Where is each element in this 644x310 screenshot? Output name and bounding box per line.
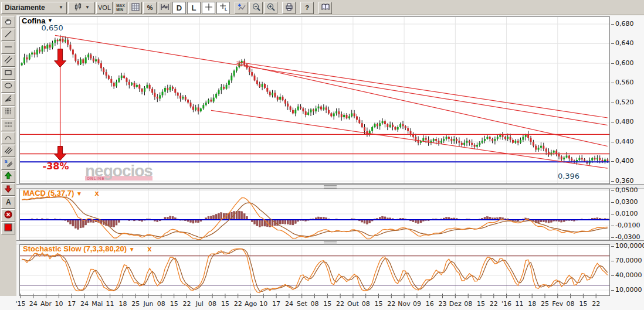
top-toolbar: Diariamente▼▼VOLMAXMIN%DLL? [0,0,644,15]
svg-text:'15: '15 [15,300,25,308]
svg-text:15: 15 [170,300,178,308]
period-select[interactable]: Diariamente▼ [1,2,67,14]
macd-value-axis: 0,05000,03000,0100-0,0100-0,0300 [610,189,644,240]
main-price-axis: 0,6800,6400,6000,5600,5200,4800,4400,400… [610,16,644,184]
svg-text:Jun: Jun [143,300,153,308]
pan-tool[interactable] [1,16,15,28]
peak-price-label: 0,650 [42,23,63,32]
vertical-lines-icon [4,107,13,118]
svg-text:Set: Set [297,300,308,308]
macd-tick-label: 0,0300 [615,198,638,206]
grid-toggle-button[interactable] [128,2,142,14]
line-scale-button[interactable]: L [187,2,201,14]
stoch-tick-label: 70,0000 [615,257,642,264]
zoom-out-button[interactable] [249,2,263,14]
svg-text:Dez: Dez [449,300,462,308]
add-study-button[interactable] [235,2,248,14]
panel-splitter-2[interactable] [16,240,644,244]
rectangle-icon [4,68,13,80]
crosshair-button[interactable] [202,2,215,14]
panel-splitter-1[interactable] [16,184,644,189]
book-button[interactable] [318,2,332,14]
svg-text:Nov: Nov [398,300,411,308]
s-lines-tool[interactable]: S [1,158,15,170]
rectangle-tool[interactable] [1,67,15,80]
candlestick-icon [73,2,83,13]
svg-text:15: 15 [323,300,331,308]
macd-dropdown-icon[interactable]: ▼ [76,190,82,197]
svg-text:15: 15 [477,300,485,308]
watermark: negocios ONLINE [85,164,152,180]
gann-fan-tool[interactable] [1,93,15,105]
stochastic-dropdown-icon[interactable]: ▼ [129,246,135,253]
zoom-in-button[interactable] [264,2,277,14]
stoch-tick-label: 10,0000 [615,286,642,294]
arc-tool[interactable] [1,132,15,144]
study-add-icon [237,2,246,13]
crosshair-label-button[interactable]: L [216,2,230,14]
chart-type-select[interactable]: ▼ [68,2,95,14]
svg-text:16: 16 [426,300,434,308]
svg-text:18: 18 [528,300,536,308]
stoch-value-axis: 100,000070,000040,000010,0000 [610,244,644,296]
svg-text:22: 22 [183,300,191,308]
x-axis: '1524Abr101724Mai111825Jun081522Jul08152… [0,296,644,310]
macd-tick-label: -0,0300 [615,233,640,241]
svg-text:S: S [5,159,8,164]
fibonacci-time-tool[interactable] [1,106,15,118]
svg-text:Out: Out [347,300,360,308]
chart-application-window: Diariamente▼▼VOLMAXMIN%DLL? SA Cofina ▼ … [0,0,644,310]
fibonacci-retracement-tool[interactable] [1,119,15,131]
hand-icon [4,16,13,28]
price-tick-label: 0,360 [615,177,634,185]
stochastic-label[interactable]: Stochastic Slow (7,3,3,80,20) ▼ x [23,244,151,253]
delete-tool[interactable] [1,209,15,222]
arrow-up-tool[interactable] [1,171,15,183]
minmax-range-button[interactable] [158,2,171,14]
svg-text:17: 17 [67,300,76,308]
stochastic-close-button[interactable]: x [147,244,151,253]
svg-text:11: 11 [515,300,523,308]
maxmin-button[interactable]: MAXMIN [114,2,127,14]
day-scale-button[interactable]: D [172,2,186,14]
text-a-icon: A [4,197,13,209]
volume-button[interactable]: VOL [96,2,113,14]
svg-text:10: 10 [259,300,267,308]
main-chart-plot[interactable]: Cofina ▼ 0,650 0,396 -38% negocios ONLIN… [19,16,610,184]
grid-icon [131,2,140,13]
stochastic-panel: Stochastic Slow (7,3,3,80,20) ▼ x 100,00… [16,244,644,296]
price-tick-label: 0,600 [615,59,634,67]
svg-text:17: 17 [272,300,280,308]
horizontal-line-tool[interactable] [1,42,15,54]
low-price-label: 0,396 [558,172,579,180]
text-tool[interactable]: A [1,196,15,209]
macd-tick-label: 0,0100 [615,210,638,217]
fan-lines-icon [4,94,13,105]
svg-text:Fev: Fev [552,300,563,308]
ellipse-tool[interactable] [1,80,15,93]
s-lines-icon: S [4,158,13,170]
macd-close-button[interactable]: x [95,189,99,197]
arrow-down-icon [4,184,13,196]
parallel-line-tool[interactable] [1,54,15,67]
stochastic-plot[interactable]: Stochastic Slow (7,3,3,80,20) ▼ x [19,244,610,296]
macd-label[interactable]: MACD (5,37,7) ▼ x [23,189,99,197]
color-tool[interactable] [1,222,15,234]
svg-text:22: 22 [336,300,344,308]
speed-lines-icon [4,145,13,157]
svg-text:24: 24 [285,300,293,308]
arrow-down-tool[interactable] [1,183,15,196]
svg-text:25: 25 [131,300,140,308]
svg-text:25: 25 [541,300,549,308]
print-button[interactable] [282,2,296,14]
chart-column: Cofina ▼ 0,650 0,396 -38% negocios ONLIN… [16,15,644,310]
trendline-tool[interactable] [1,29,15,41]
symbol-dropdown-icon[interactable]: ▼ [48,18,53,23]
crosshair-l-icon: L [219,2,228,13]
speed-lines-tool[interactable] [1,145,15,157]
help-button[interactable]: ? [300,2,314,14]
svg-text:15: 15 [221,300,229,308]
price-tick-label: 0,680 [615,20,634,28]
macd-plot[interactable]: MACD (5,37,7) ▼ x [19,189,610,240]
percent-scale-button[interactable]: % [143,2,157,14]
